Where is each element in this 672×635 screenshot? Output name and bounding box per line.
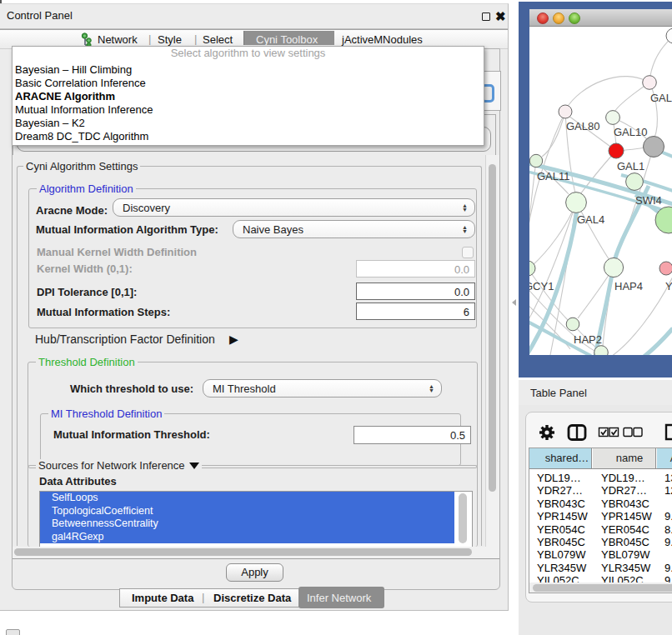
svg-text:GAL10: GAL10 bbox=[614, 126, 647, 138]
svg-text:GAL11: GAL11 bbox=[537, 170, 570, 182]
svg-text:HAP4: HAP4 bbox=[614, 280, 643, 292]
svg-text:GAL1: GAL1 bbox=[617, 160, 644, 172]
svg-text:GCY1: GCY1 bbox=[529, 280, 554, 292]
svg-text:GAL2: GAL2 bbox=[650, 92, 672, 104]
svg-text:YE: YE bbox=[665, 280, 672, 292]
svg-text:GAL4: GAL4 bbox=[577, 213, 604, 226]
svg-text:SWI4: SWI4 bbox=[635, 194, 662, 207]
svg-text:GAL80: GAL80 bbox=[566, 120, 599, 132]
svg-text:HAP2: HAP2 bbox=[574, 333, 602, 346]
